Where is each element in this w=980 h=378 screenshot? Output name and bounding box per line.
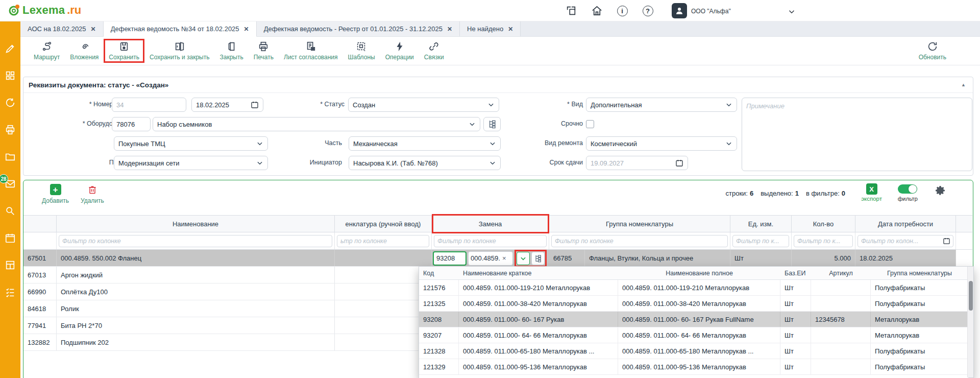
equipment-tree-button[interactable] [483, 117, 501, 131]
filter-date-input[interactable] [857, 235, 953, 247]
links-button[interactable]: Связки [419, 39, 449, 63]
grid-settings-gear-icon[interactable] [934, 184, 946, 197]
table-row[interactable]: 67501 000.4859. 550.002 Фланец × [23, 250, 972, 267]
excel-export-button[interactable]: X экспорт [861, 183, 882, 202]
type-select[interactable]: Покупные ТМЦ [114, 136, 268, 151]
toggle-switch-icon[interactable] [898, 184, 917, 194]
filter-replacement-input[interactable] [434, 235, 547, 247]
tasks-list-icon[interactable] [4, 286, 17, 299]
replacement-code-input[interactable] [433, 251, 467, 266]
project-select[interactable]: Модернизация сети [114, 156, 268, 170]
operations-button[interactable]: Операции [380, 39, 419, 63]
print-button[interactable]: Печать [249, 39, 279, 63]
approval-sheet-button[interactable]: Лист согласования [279, 39, 343, 63]
sync-icon[interactable] [4, 96, 17, 109]
user-avatar[interactable] [672, 3, 687, 18]
refresh-button[interactable]: Обновить [914, 39, 951, 63]
note-textarea[interactable] [742, 98, 972, 171]
help-icon[interactable]: ? [641, 4, 654, 17]
col-name[interactable]: Наименование [57, 216, 335, 232]
col-code[interactable] [23, 216, 57, 232]
dd-col-short-name[interactable]: Наименование краткое [459, 267, 618, 279]
add-row-button[interactable]: + Добавить [42, 184, 69, 204]
status-select[interactable]: Создан [348, 98, 499, 112]
number-field[interactable] [112, 98, 186, 112]
col-quantity[interactable]: Кол-во [792, 216, 855, 232]
col-need-date[interactable]: Дата потребности [855, 216, 956, 232]
filter-manual-input[interactable] [337, 235, 429, 247]
home-icon[interactable] [590, 4, 603, 17]
dd-col-article[interactable]: Артикул [811, 267, 871, 279]
replacement-name-field[interactable]: × [468, 251, 513, 266]
dd-col-group[interactable]: Группа номенклатуры [871, 267, 968, 279]
dd-col-full-name[interactable]: Наименование полное [618, 267, 780, 279]
lexema-logo[interactable]: Lexema.ru [7, 4, 81, 17]
board-icon[interactable] [4, 258, 17, 272]
dd-col-base-unit[interactable]: Баз.ЕИ [780, 267, 811, 279]
save-and-close-button[interactable]: Сохранить и закрыть [144, 39, 214, 63]
filter-unit-input[interactable] [732, 235, 789, 247]
dropdown-row[interactable]: 121325 000.4859. 011.000-38-420 Металлор… [419, 296, 968, 312]
filter-group-input[interactable] [551, 235, 728, 247]
header-chevron-down-icon[interactable] [785, 5, 798, 18]
calendar-icon[interactable] [4, 231, 17, 245]
scrollbar-thumb[interactable] [969, 281, 973, 311]
col-manual-nomenclature[interactable]: енклатура (ручной ввод) [335, 216, 432, 232]
equipment-select[interactable]: Набор съемников [153, 117, 480, 131]
attachments-button[interactable]: Вложения [65, 39, 104, 63]
dropdown-row[interactable]: 121328 000.4859. 011.000-65-180 Металлор… [419, 343, 968, 359]
col-replacement[interactable]: Замена [432, 216, 549, 232]
due-date-field[interactable]: 19.09.2027 [586, 156, 688, 170]
save-button[interactable]: Сохранить [104, 39, 144, 63]
dropdown-row[interactable]: 121329 000.4859. 011.000-95-136 Металлор… [419, 359, 968, 375]
replacement-dropdown-button[interactable] [517, 252, 530, 265]
calendar-icon[interactable] [943, 237, 950, 245]
clear-icon[interactable]: × [502, 254, 506, 262]
tab-defect-sheet-34[interactable]: Дефектная ведомость №34 от 18.02.2025 ✕ [104, 21, 257, 37]
dropdown-row-selected[interactable]: 93208 000.4859. 011.000- 60- 167 Рукав 0… [419, 312, 968, 327]
replacement-tree-button[interactable] [531, 252, 545, 265]
part-select[interactable]: Механическая [349, 136, 501, 151]
delete-row-button[interactable]: Удалить [81, 184, 104, 204]
dropdown-scrollbar[interactable] [967, 267, 973, 377]
dropdown-row[interactable]: 93207 000.4859. 011.000- 64- 66 Металлор… [419, 327, 968, 343]
urgent-checkbox[interactable] [586, 120, 594, 128]
close-icon[interactable]: ✕ [447, 26, 452, 33]
panels-icon[interactable] [565, 4, 578, 17]
edit-pencil-icon[interactable] [4, 42, 17, 55]
repair-kind-select[interactable]: Косметический [586, 136, 737, 151]
col-nomenclature-group[interactable]: Группа номенклатуры [549, 216, 730, 232]
filter-name-input[interactable] [59, 235, 332, 247]
equipment-code-field[interactable] [112, 117, 151, 131]
tab-not-found[interactable]: Не найдено ✕ [460, 21, 521, 36]
tab-defect-registry[interactable]: Дефектная ведомость - Реестр от 01.01.20… [257, 21, 460, 36]
close-button[interactable]: Закрыть [214, 39, 248, 63]
close-icon[interactable]: ✕ [508, 26, 513, 33]
col-unit[interactable]: Ед. изм. [730, 216, 792, 232]
number-input[interactable] [116, 101, 182, 109]
tab-aos[interactable]: АОС на 18.02.2025 ✕ [20, 21, 104, 36]
kind-select[interactable]: Дополнительная [586, 98, 737, 112]
calendar-icon[interactable] [251, 101, 259, 109]
date-field[interactable]: 18.02.2025 [191, 98, 263, 112]
info-icon[interactable]: i [616, 4, 629, 17]
templates-button[interactable]: Шаблоны [343, 39, 380, 63]
collapse-toggle-icon[interactable]: ▲ [961, 82, 966, 87]
close-icon[interactable]: ✕ [91, 26, 96, 33]
calendar-icon[interactable] [675, 159, 683, 167]
equipment-code-input[interactable] [116, 121, 146, 128]
folder-icon[interactable] [4, 150, 17, 163]
modules-grid-icon[interactable] [4, 69, 17, 82]
close-icon[interactable]: ✕ [244, 26, 249, 33]
filter-toggle[interactable]: фильтр [898, 184, 918, 202]
route-button[interactable]: Маршрут [29, 39, 65, 63]
dropdown-row[interactable]: 121576 000.4859. 011.000-119-210 Металло… [419, 280, 968, 296]
replacement-name-input[interactable] [471, 254, 501, 262]
filter-qty-input[interactable] [794, 235, 853, 247]
search-icon[interactable] [4, 204, 17, 218]
mail-icon[interactable]: 28 [4, 177, 17, 191]
replacement-edit-cell[interactable]: × [432, 250, 547, 266]
initiator-select[interactable]: Насырова К.И. (Таб. №768) [349, 156, 501, 170]
dd-col-code[interactable]: Код [419, 267, 459, 279]
print-queue-icon[interactable] [4, 123, 17, 136]
